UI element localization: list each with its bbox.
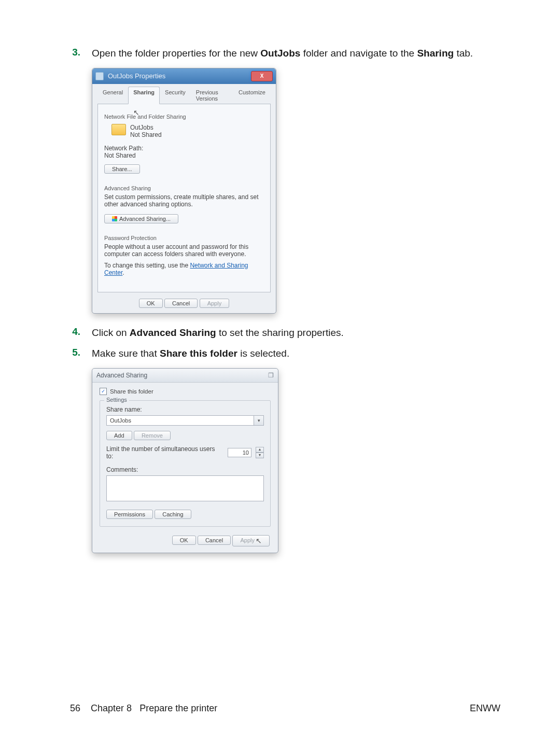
advanced-sharing-desc: Set custom permissions, create multiple …	[104, 193, 260, 208]
pp-text2a: To change this setting, use the	[104, 262, 190, 269]
tab-general[interactable]: General	[97, 87, 128, 104]
advanced-sharing-button-label: Advanced Sharing...	[119, 216, 171, 222]
step3-text: Open the folder properties for the new O…	[92, 47, 473, 61]
folder-name: OutJobs	[130, 124, 162, 131]
limit-users-label: Limit the number of simultaneous users t…	[106, 445, 223, 460]
step4-text: Click on Advanced Sharing to set the sha…	[92, 326, 344, 340]
shield-icon	[112, 216, 117, 221]
tab-customize[interactable]: Customize	[233, 87, 271, 104]
section-advanced-sharing: Advanced Sharing	[104, 185, 264, 191]
apply-button[interactable]: Apply↖	[232, 535, 270, 546]
titlebar: Advanced Sharing ❐	[92, 369, 278, 383]
step4-pre: Click on	[92, 327, 130, 338]
caching-button[interactable]: Caching	[155, 510, 191, 519]
step4-bold: Advanced Sharing	[130, 327, 216, 338]
close-button[interactable]: X	[251, 71, 273, 81]
spin-down[interactable]: ▼	[256, 453, 264, 458]
advanced-sharing-dialog: Advanced Sharing ❐ ✓ Share this folder S…	[92, 368, 278, 553]
ok-button[interactable]: OK	[139, 299, 163, 308]
window-icon	[95, 72, 104, 80]
page-footer: 56 Chapter 8 Prepare the printer ENWW	[70, 703, 500, 714]
outjobs-properties-dialog: OutJobs Properties X General Sharing Sec…	[92, 68, 276, 314]
share-this-folder-label: Share this folder	[110, 388, 153, 395]
share-name-field[interactable]: OutJobs	[106, 415, 254, 426]
pp-text2b: .	[122, 269, 124, 276]
section-network-sharing: Network File and Folder Sharing	[104, 114, 264, 120]
share-name-label: Share name:	[106, 406, 264, 413]
step3-post: tab.	[454, 48, 473, 59]
apply-button[interactable]: Apply	[200, 299, 230, 308]
comments-label: Comments:	[106, 466, 264, 473]
cursor-icon: ↖	[256, 537, 262, 545]
share-name-dropdown[interactable]: ▾	[254, 415, 264, 426]
apply-label: Apply	[240, 537, 255, 543]
tab-security[interactable]: Security	[160, 87, 191, 104]
spin-up[interactable]: ▲	[256, 447, 264, 453]
network-path-value: Not Shared	[104, 152, 264, 159]
section-password-protection: Password Protection	[104, 235, 264, 241]
password-protection-text: People without a user account and passwo…	[104, 243, 264, 258]
share-this-folder-checkbox[interactable]: ✓ Share this folder	[100, 388, 271, 395]
step3-bold1: OutJobs	[260, 48, 300, 59]
window-title: OutJobs Properties	[108, 72, 165, 80]
tab-previous-versions[interactable]: Previous Versions	[191, 87, 233, 104]
step3-bold2: Sharing	[417, 48, 454, 59]
cancel-button[interactable]: Cancel	[198, 536, 231, 545]
checkbox-box: ✓	[100, 388, 107, 395]
network-path-label: Network Path:	[104, 145, 264, 152]
tab-sharing[interactable]: Sharing	[128, 87, 160, 104]
step5-pre: Make sure that	[92, 348, 160, 359]
step4-post: to set the sharing properties.	[216, 327, 344, 338]
step5-bold: Share this folder	[160, 348, 237, 359]
chapter-title: Prepare the printer	[139, 703, 217, 713]
close-icon[interactable]: ❐	[268, 372, 274, 379]
step3-pre: Open the folder properties for the new	[92, 48, 260, 59]
advanced-sharing-button[interactable]: Advanced Sharing...	[104, 214, 178, 223]
window-title: Advanced Sharing	[96, 372, 147, 379]
folder-state: Not Shared	[130, 131, 162, 138]
step-number-3: 3.	[70, 47, 80, 58]
titlebar: OutJobs Properties X	[92, 68, 276, 84]
remove-button[interactable]: Remove	[134, 431, 171, 440]
share-button[interactable]: Share...	[104, 164, 140, 174]
comments-field[interactable]	[106, 475, 264, 501]
ok-button[interactable]: OK	[172, 536, 196, 545]
step-number-5: 5.	[70, 347, 80, 358]
step-number-4: 4.	[70, 326, 80, 338]
footer-right: ENWW	[470, 703, 500, 714]
page-number: 56	[70, 703, 80, 713]
tab-bar: General Sharing Security Previous Versio…	[97, 86, 271, 104]
settings-legend: Settings	[104, 397, 129, 403]
step5-text: Make sure that Share this folder is sele…	[92, 347, 289, 361]
cancel-button[interactable]: Cancel	[164, 299, 198, 308]
step3-mid: folder and navigate to the	[300, 48, 417, 59]
chapter-label: Chapter 8	[91, 703, 132, 713]
step5-post: is selected.	[237, 348, 289, 359]
limit-users-field[interactable]: 10	[228, 448, 251, 457]
folder-icon	[111, 124, 126, 135]
add-button[interactable]: Add	[106, 431, 132, 440]
password-protection-text2: To change this setting, use the Network …	[104, 262, 264, 276]
permissions-button[interactable]: Permissions	[106, 510, 153, 519]
